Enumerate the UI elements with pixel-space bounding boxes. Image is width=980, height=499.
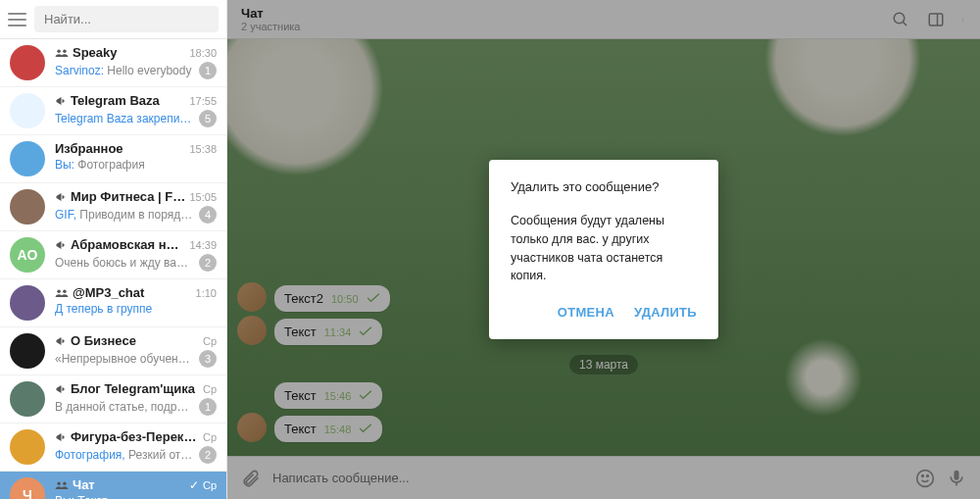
avatar [10, 381, 45, 417]
svg-point-2 [57, 289, 61, 293]
chat-name: Мир Фитнеса | FitnessRU [71, 189, 185, 204]
chat-item[interactable]: АО Абрамовская не про обра…14:39 Очень б… [0, 231, 226, 279]
chat-preview: Вы: Фотография [55, 158, 217, 172]
svg-point-5 [63, 481, 67, 485]
chat-preview: «Непрерывное обучение - мини… [55, 352, 195, 366]
chat-item[interactable]: Блог Telegram'щикаСр В данной статье, по… [0, 375, 226, 424]
avatar [10, 141, 45, 176]
chat-preview: Очень боюсь и жду ваших совет… [55, 256, 195, 270]
chat-time: 1:10 [196, 287, 217, 299]
chat-item[interactable]: Фигура-без-ПерекураСр Фотография, Резкий… [0, 424, 226, 472]
chat-preview: Д теперь в группе [55, 302, 217, 316]
unread-badge: 5 [199, 110, 217, 127]
chat-time: 14:39 [189, 239, 217, 251]
chat-preview: В данной статье, подробно расс… [55, 400, 195, 414]
unread-badge: 2 [199, 446, 217, 464]
menu-icon[interactable] [8, 8, 26, 31]
delete-button[interactable]: УДАЛИТЬ [634, 305, 697, 320]
chat-name: О Бизнесе [71, 333, 199, 348]
check-icon: ✓ [189, 478, 199, 492]
chat-time: 18:30 [189, 47, 217, 59]
avatar [10, 429, 45, 465]
chat-item[interactable]: Speaky18:30 Sarvinoz: Hello everybody1 [0, 39, 226, 87]
chat-time: Ср [203, 479, 217, 491]
chat-time: 15:05 [189, 191, 217, 203]
chat-item[interactable]: Мир Фитнеса | FitnessRU15:05 GIF, Привод… [0, 183, 226, 231]
avatar [10, 189, 45, 225]
search-bar [0, 0, 226, 39]
chat-name: Speaky [73, 45, 185, 60]
chat-preview: Фотография, Резкий отказ от сла… [55, 448, 195, 462]
main-panel: Чат 2 участника Текст210:50 Текст11:34 1… [227, 0, 980, 499]
search-input[interactable] [34, 6, 219, 32]
chat-time: Ср [203, 383, 217, 395]
unread-badge: 2 [199, 254, 217, 272]
chat-item[interactable]: @MP3_chat1:10 Д теперь в группе [0, 279, 226, 327]
chat-name: @MP3_chat [73, 285, 192, 300]
chat-item[interactable]: Telegram Baza17:55 Telegram Baza закрепи… [0, 87, 226, 135]
svg-point-3 [63, 289, 67, 293]
dialog-title: Удалить это сообщение? [511, 179, 697, 194]
avatar [10, 93, 45, 128]
sidebar: Speaky18:30 Sarvinoz: Hello everybody1 T… [0, 0, 227, 499]
chat-item[interactable]: Ч Чат✓Ср Вы: Текст [0, 472, 226, 499]
chat-time: 17:55 [189, 95, 217, 107]
dialog-overlay: Удалить это сообщение? Сообщения будут у… [227, 0, 980, 499]
avatar [10, 45, 45, 80]
chat-name: Telegram Baza [71, 93, 185, 108]
chat-item[interactable]: О БизнесеСр «Непрерывное обучение - мини… [0, 327, 226, 375]
chat-name: Избранное [55, 141, 185, 156]
chat-preview: Sarvinoz: Hello everybody [55, 64, 195, 77]
unread-badge: 3 [199, 350, 217, 368]
svg-point-4 [57, 481, 61, 485]
chat-list: Speaky18:30 Sarvinoz: Hello everybody1 T… [0, 39, 226, 499]
svg-point-0 [57, 49, 61, 53]
svg-point-1 [63, 49, 67, 53]
delete-dialog: Удалить это сообщение? Сообщения будут у… [489, 160, 718, 339]
avatar: Ч [10, 477, 45, 499]
chat-name: Чат [73, 477, 185, 492]
avatar: АО [10, 237, 45, 273]
chat-name: Блог Telegram'щика [71, 381, 199, 396]
chat-name: Фигура-без-Перекура [71, 429, 199, 444]
avatar [10, 333, 45, 369]
chat-time: Ср [203, 335, 217, 347]
chat-name: Абрамовская не про обра… [71, 237, 185, 252]
unread-badge: 1 [199, 398, 217, 416]
chat-time: 15:38 [189, 143, 217, 155]
unread-badge: 1 [199, 62, 217, 79]
unread-badge: 4 [199, 206, 217, 224]
cancel-button[interactable]: ОТМЕНА [558, 305, 614, 320]
chat-time: Ср [203, 431, 217, 443]
chat-preview: Telegram Baza закрепил(а) «Добр… [55, 112, 195, 125]
chat-preview: GIF, Приводим в порядок фигуру… [55, 208, 195, 222]
chat-preview: Вы: Текст [55, 494, 217, 499]
avatar [10, 285, 45, 321]
dialog-body: Сообщения будут удалены только для вас. … [511, 212, 697, 285]
chat-item[interactable]: Избранное15:38 Вы: Фотография [0, 135, 226, 183]
